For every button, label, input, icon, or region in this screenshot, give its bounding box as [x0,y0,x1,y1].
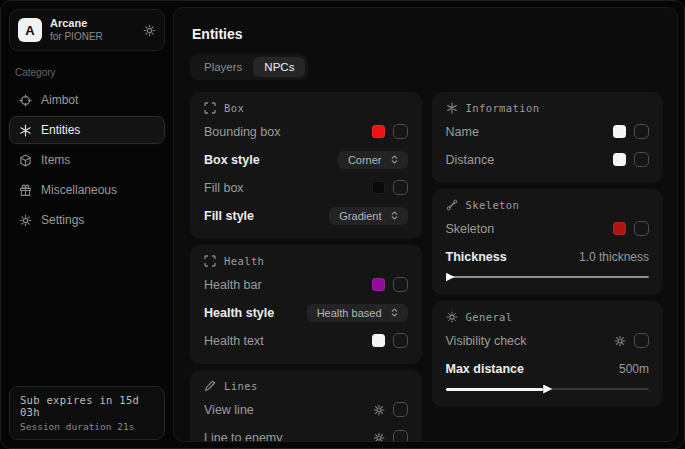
sidebar-item-label: Items [41,153,70,167]
sidebar-item-items[interactable]: Items [9,146,165,174]
sidebar-item-label: Miscellaneous [41,183,117,197]
card-lines: Lines View line Line to enemy [190,370,422,442]
entity-type-tabs: Players NPCs [190,54,308,80]
sidebar-item-label: Entities [41,123,80,137]
setting-row-name: Name [446,121,650,142]
fill-style-dropdown[interactable]: Gradient [329,207,407,225]
slider-thumb[interactable] [446,273,455,282]
setting-row-bounding-box: Bounding box [204,121,408,142]
max-distance-slider[interactable] [446,384,650,394]
setting-row-view-line: View line [204,399,408,420]
color-swatch[interactable] [372,278,385,291]
caret-sort-icon [389,307,400,318]
category-label: Category [15,67,159,78]
checkbox[interactable] [634,124,649,139]
checkbox[interactable] [634,152,649,167]
setting-row-health-bar: Health bar [204,274,408,295]
main-panel: Entities Players NPCs Box Bounding box [173,7,678,442]
sidebar-item-label: Settings [41,213,84,227]
page-title: Entities [192,26,663,42]
setting-row-health-style: Health style Health based [204,302,408,323]
package-icon [19,154,32,167]
card-title: General [466,311,513,323]
row-settings-gear-icon[interactable] [373,404,385,416]
card-health: Health Health bar Health style Health ba… [190,245,422,364]
thickness-slider[interactable] [446,272,650,282]
sidebar-item-entities[interactable]: Entities [9,116,165,144]
slider-thumb[interactable] [543,385,552,394]
setting-row-thickness: Thickness 1.0 thickness [446,246,650,267]
session-duration-text: Session duration 21s [20,421,154,432]
card-title: Skeleton [466,199,520,211]
sidebar: A Arcane for PIONER Category Aimbot Enti… [1,1,173,448]
checkbox[interactable] [393,277,408,292]
checkbox[interactable] [393,430,408,442]
brand-name: Arcane [50,17,135,31]
sidebar-item-aimbot[interactable]: Aimbot [9,86,165,114]
thickness-value: 1.0 thickness [579,250,649,264]
sidebar-item-settings[interactable]: Settings [9,206,165,234]
setting-row-health-text: Health text [204,330,408,351]
color-swatch[interactable] [613,125,626,138]
setting-row-skeleton: Skeleton [446,218,650,239]
setting-row-fill-box: Fill box [204,177,408,198]
tab-npcs[interactable]: NPCs [253,57,305,77]
arcane-menu-window: A Arcane for PIONER Category Aimbot Enti… [0,0,685,449]
sparkle-icon [446,102,458,114]
setting-row-distance: Distance [446,149,650,170]
setting-row-visibility-check: Visibility check [446,330,650,351]
gift-icon [19,184,32,197]
color-swatch[interactable] [372,125,385,138]
color-swatch[interactable] [613,153,626,166]
checkbox[interactable] [393,333,408,348]
gear-icon [19,214,32,227]
settings-gear-icon[interactable] [143,24,156,37]
color-swatch[interactable] [613,222,626,235]
checkbox[interactable] [634,221,649,236]
row-settings-gear-icon[interactable] [373,432,385,443]
sidebar-item-miscellaneous[interactable]: Miscellaneous [9,176,165,204]
brand-logo: A [18,18,42,42]
checkbox[interactable] [393,124,408,139]
card-title: Health [224,255,264,267]
card-title: Lines [224,380,258,392]
card-general: General Visibility check Max distance 50… [432,301,664,407]
setting-row-max-distance: Max distance 500m [446,358,650,379]
card-information: Information Name Distance [432,92,664,183]
scan-icon [204,102,216,114]
setting-row-fill-style: Fill style Gradient [204,205,408,226]
color-swatch[interactable] [372,334,385,347]
card-skeleton: Skeleton Skeleton Thickness 1.0 thicknes… [432,189,664,295]
subscription-info-box: Sub expires in 15d 03h Session duration … [9,386,165,440]
sidebar-item-label: Aimbot [41,93,78,107]
color-swatch[interactable] [372,181,385,194]
entities-icon [19,124,32,137]
setting-row-box-style: Box style Corner [204,149,408,170]
scan-icon [204,255,216,267]
checkbox[interactable] [393,402,408,417]
crosshair-icon [19,94,32,107]
card-box: Box Bounding box Box style Corner [190,92,422,239]
sub-expires-text: Sub expires in 15d 03h [20,394,154,418]
card-title: Information [466,102,540,114]
sidebar-nav: Aimbot Entities Items Miscellaneous Sett… [9,86,165,234]
sun-icon [446,311,458,323]
caret-sort-icon [389,210,400,221]
health-style-dropdown[interactable]: Health based [307,304,408,322]
row-settings-gear-icon[interactable] [614,335,626,347]
box-style-dropdown[interactable]: Corner [338,151,408,169]
pencil-icon [204,380,216,392]
tab-players[interactable]: Players [193,57,253,77]
brand-card: A Arcane for PIONER [9,9,165,51]
brand-subtitle: for PIONER [50,31,135,44]
caret-sort-icon [389,154,400,165]
max-distance-value: 500m [619,362,649,376]
checkbox[interactable] [393,180,408,195]
checkbox[interactable] [634,333,649,348]
card-title: Box [224,102,244,114]
setting-row-line-to-enemy: Line to enemy [204,427,408,442]
bone-icon [446,199,458,211]
